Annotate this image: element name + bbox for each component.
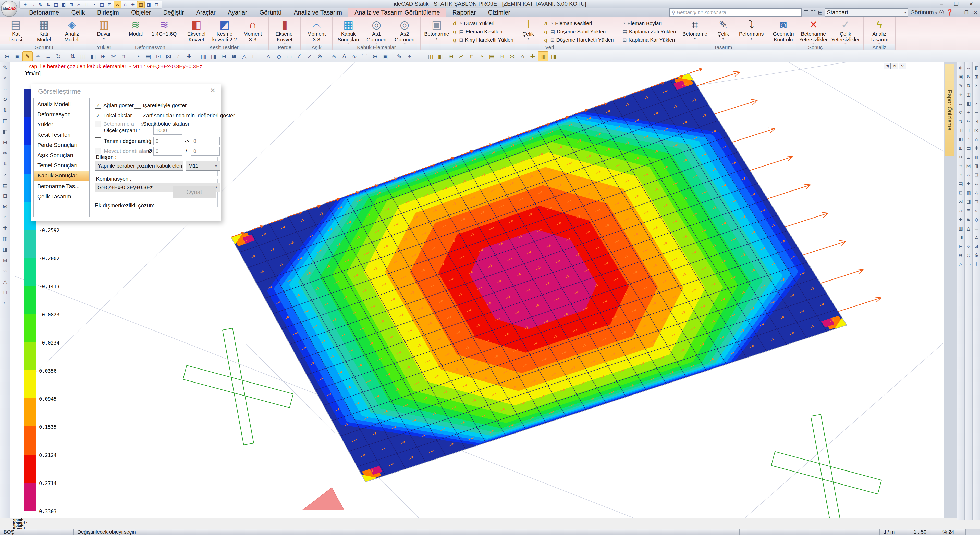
tab-betonarme[interactable]: Betonarme <box>23 8 65 17</box>
panel-icon-1-0[interactable]: ↔ <box>965 65 972 71</box>
panel-icon-2-13[interactable]: ≋ <box>973 181 980 187</box>
element-sections-button[interactable]: II◔Eleman Kesitleri <box>543 20 614 27</box>
select-object-icon[interactable]: ⌖ <box>1 75 9 82</box>
tab-raporlar[interactable]: Raporlar <box>446 8 482 17</box>
panel-icon-0-8[interactable]: ◧ <box>957 136 964 142</box>
coord-polar-icon[interactable]: ⌖ <box>405 51 414 61</box>
mirror-line-icon[interactable]: ◔ <box>133 51 143 61</box>
diagram-view-icon[interactable]: ⌂ <box>517 51 527 61</box>
save-icon[interactable]: ↻ <box>37 1 44 8</box>
axon-n-button[interactable]: N <box>891 63 898 69</box>
tab-birleşim[interactable]: Birleşim <box>91 8 125 17</box>
panel-icon-1-2[interactable]: ⇅ <box>965 83 972 89</box>
panel-icon-1-10[interactable]: ⊡ <box>965 154 972 160</box>
preset-select[interactable]: Standart ▾ <box>824 8 908 17</box>
library-browse-icon[interactable]: △ <box>1 278 9 285</box>
rotate-icon[interactable]: ⊞ <box>99 51 108 61</box>
analysis-model-button[interactable]: ◈Analiz Modeli <box>59 18 85 42</box>
shell-results-button[interactable]: ▦Kabuk Sonuçları▼ <box>335 18 362 46</box>
arrange-windows-icon[interactable]: ⋈ <box>1 203 9 210</box>
range-from-input[interactable]: 0 <box>153 137 182 145</box>
new-file-icon[interactable]: ⌖ <box>22 1 29 8</box>
panel-icon-0-15[interactable]: ⋈ <box>957 198 964 205</box>
select-align-icon[interactable]: ⇅ <box>1 106 9 114</box>
dialog-page-betonarme-tas-[interactable]: Betonarme Tas... <box>34 181 89 192</box>
help-icon[interactable]: ❓ <box>946 9 953 16</box>
panel-icon-2-11[interactable]: ◨ <box>973 163 980 169</box>
move-node-icon[interactable]: ◧ <box>88 51 98 61</box>
scale-factor-checkbox[interactable] <box>95 127 101 133</box>
coating-snow-load-button[interactable]: ⊡Kaplama Kar Yükleri <box>615 36 676 43</box>
panel-icon-1-19[interactable]: □ <box>965 234 972 240</box>
break-two-icon[interactable]: ◨ <box>209 51 218 61</box>
command-search-input[interactable]: ⚲ Herhangi bir komut ara... <box>670 8 802 17</box>
coord-3p-icon[interactable]: ✎ <box>395 51 404 61</box>
status-unit[interactable]: tf / m <box>880 529 910 535</box>
copy-objects-icon[interactable]: ⌗ <box>1 160 9 167</box>
doc-restore-button[interactable]: ❐ <box>963 10 970 15</box>
component-direction-combo[interactable]: M11∨ <box>186 161 220 171</box>
bulb-render-icon[interactable]: ◫ <box>426 51 435 61</box>
panel-icon-2-20[interactable]: ⊿ <box>973 243 980 249</box>
panel-icon-0-19[interactable]: ◨ <box>957 234 964 240</box>
tab-çizimler[interactable]: Çizimler <box>482 8 517 17</box>
panel-icon-2-12[interactable]: ⊟ <box>973 172 980 178</box>
panel-icon-2-10[interactable]: ▥ <box>973 154 980 160</box>
hatch-lines-icon[interactable]: ⌒ <box>360 51 369 61</box>
element-lengths-button[interactable]: ◔Eleman Boyları <box>615 20 676 27</box>
panel-icon-0-14[interactable]: ⊡ <box>957 190 964 196</box>
element-section-data-button[interactable]: g▤Eleman Kesitleri <box>452 28 514 35</box>
slab-dead-load-button[interactable]: g▤Döşeme Sabit Yükleri <box>543 28 614 35</box>
compass-tool-icon[interactable]: ↻ <box>54 51 63 61</box>
value-range-checkbox[interactable] <box>95 137 101 144</box>
snap-node-icon[interactable]: ⊟ <box>219 51 229 61</box>
dialog-page-y-kler[interactable]: Yükler <box>34 120 89 130</box>
panel-icon-0-4[interactable]: ↔ <box>957 100 964 106</box>
component-combo[interactable]: Yapı ile beraber çözülen kabuk elemanlar… <box>95 161 183 171</box>
minimize-button[interactable]: – <box>934 0 949 8</box>
panel-icon-2-21[interactable]: ※ <box>973 252 980 258</box>
parallel-mode-icon[interactable]: ◔ <box>91 1 98 8</box>
panel-icon-0-12[interactable]: ◔ <box>957 172 964 178</box>
dim-grid-icon[interactable]: ∠ <box>294 51 304 61</box>
layer-list-icon[interactable]: ☰ <box>803 9 809 16</box>
perpendicular-mode-icon[interactable]: ⌗ <box>83 1 90 8</box>
panel-icon-1-17[interactable]: ≋ <box>965 216 972 222</box>
binoculars-icon[interactable]: ☉ <box>939 9 944 16</box>
panel-icon-1-5[interactable]: ⊞ <box>965 110 972 116</box>
turn-arrows-icon[interactable]: ∿ <box>350 51 360 61</box>
trim-icon[interactable]: ⊡ <box>154 51 163 61</box>
slice-view-icon[interactable]: ✚ <box>1 224 9 232</box>
terrain-view-icon[interactable]: ◨ <box>1 246 9 253</box>
curve-p-icon[interactable]: ⊡ <box>497 51 507 61</box>
steel-failures-button[interactable]: ✓Çelik Yetersizlikler▼ <box>830 18 861 46</box>
tab-değiştir[interactable]: Değiştir <box>157 8 190 17</box>
panel-icon-2-15[interactable]: □ <box>973 198 980 205</box>
rotate-axis-icon[interactable]: ✂ <box>109 51 118 61</box>
report-preview-tab[interactable]: Rapor Önizleme <box>945 64 955 156</box>
panel-icon-0-20[interactable]: ⊟ <box>957 243 964 249</box>
range-to-input[interactable]: 0 <box>191 137 220 145</box>
restore-button[interactable]: ❐ <box>949 0 964 8</box>
panel-icon-2-16[interactable]: ○ <box>973 208 980 214</box>
axial-force-button[interactable]: ◧Eksenel Kuvvet <box>183 18 210 42</box>
zoom-object-icon[interactable]: ▣ <box>12 51 22 61</box>
panel-icon-2-5[interactable]: ▤ <box>973 110 980 116</box>
panel-icon-2-14[interactable]: △ <box>973 190 980 196</box>
checkbox-lokal-akslar[interactable]: ✓Lokal akslar <box>95 112 132 119</box>
select-similar-icon[interactable]: ↔ <box>1 85 9 92</box>
corner-view-icon[interactable]: ⌗ <box>466 51 476 61</box>
polygon-select-icon[interactable]: ⇅ <box>68 51 78 61</box>
run-quick-icon[interactable]: ✚ <box>528 51 538 61</box>
panel-icon-0-22[interactable]: △ <box>957 261 964 267</box>
panel-icon-1-9[interactable]: ▤ <box>965 145 972 151</box>
grid-edit-icon[interactable]: ⊡ <box>106 1 113 8</box>
checkbox-a-lar-g-ster[interactable]: ✓Ağları göster <box>95 102 134 109</box>
modal-deformation-button[interactable]: ≋Modal <box>123 18 149 37</box>
redo-icon[interactable]: ◧ <box>60 1 67 8</box>
curve-i-icon[interactable]: ⋈ <box>508 51 517 61</box>
properties-list-icon[interactable]: ✎ <box>1 64 9 71</box>
status-zoom[interactable]: % 24 <box>939 529 966 535</box>
running-snap-toggle-icon[interactable]: ▥ <box>137 1 145 8</box>
paste-objects-icon[interactable]: ◔ <box>1 171 9 178</box>
